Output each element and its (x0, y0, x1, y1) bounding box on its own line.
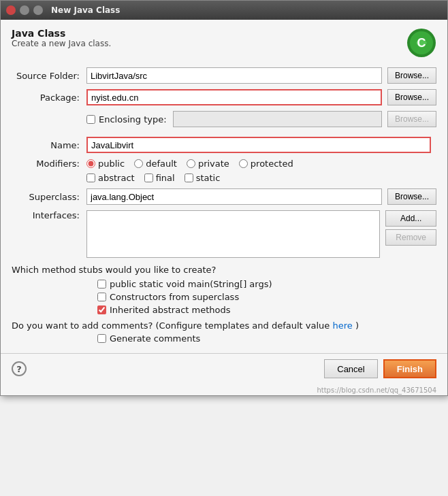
source-folder-row: Source Folder: Browse... (12, 67, 436, 84)
final-checkbox-label: final (144, 173, 175, 183)
package-browse-button[interactable]: Browse... (387, 89, 436, 105)
name-label: Name: (12, 140, 86, 150)
abstract-checkbox-label: abstract (86, 173, 135, 183)
eclipse-logo-icon: C (406, 28, 436, 58)
package-row: Package: Browse... (12, 89, 436, 105)
final-checkbox[interactable] (144, 173, 153, 182)
name-input[interactable] (86, 137, 431, 153)
public-radio[interactable] (86, 159, 95, 168)
package-input[interactable] (86, 89, 382, 105)
new-java-class-dialog: New Java Class Java Class Create a new J… (0, 0, 448, 396)
inherited-methods-label: Inherited abstract methods (110, 305, 231, 315)
interfaces-row: Interfaces: Add... Remove (12, 210, 436, 258)
comments-section: Do you want to add comments? (Configure … (12, 320, 436, 331)
main-method-option: public static void main(String[] args) (97, 279, 436, 289)
modifiers-row: Modifiers: public default private (12, 159, 436, 183)
dialog-header: Java Class Create a new Java class. C (12, 28, 436, 58)
stubs-options: public static void main(String[] args) C… (97, 279, 436, 315)
close-button[interactable] (6, 5, 16, 15)
enclosing-type-row: Enclosing type: Browse... (12, 111, 436, 127)
interfaces-label: Interfaces: (12, 210, 86, 220)
comments-config-link[interactable]: here (332, 320, 352, 331)
package-field (86, 89, 382, 105)
public-radio-label: public (86, 159, 125, 169)
minimize-button[interactable] (20, 5, 29, 15)
superclass-row: Superclass: Browse... (12, 188, 436, 205)
enclosing-type-label: Enclosing type: (99, 114, 167, 125)
name-field (86, 137, 431, 153)
svg-text:C: C (417, 36, 426, 50)
cancel-button[interactable]: Cancel (324, 359, 377, 378)
protected-radio-label: protected (239, 159, 293, 169)
titlebar-title: New Java Class (51, 5, 120, 15)
generate-comments-option: Generate comments (97, 333, 436, 344)
dialog-bottom-bar: ? Cancel Finish (1, 353, 447, 385)
other-modifiers-group: abstract final static (86, 173, 293, 183)
superclass-field (86, 188, 382, 205)
inherited-methods-option: Inherited abstract methods (97, 305, 436, 315)
superclass-input[interactable] (86, 188, 382, 205)
source-folder-field (86, 67, 382, 84)
static-checkbox-label: static (185, 173, 221, 183)
protected-radio[interactable] (239, 159, 248, 168)
dialog-title: Java Class (12, 28, 111, 39)
default-radio-label: default (134, 159, 177, 169)
source-folder-browse-button[interactable]: Browse... (387, 67, 436, 84)
constructors-option: Constructors from superclass (97, 292, 436, 302)
source-folder-input[interactable] (86, 67, 382, 84)
dialog-content: Java Class Create a new Java class. C So… (1, 20, 447, 353)
modifiers-label: Modifiers: (12, 159, 86, 169)
abstract-checkbox[interactable] (86, 173, 95, 182)
interfaces-listbox[interactable] (86, 210, 380, 258)
package-label: Package: (12, 93, 86, 103)
help-button[interactable]: ? (12, 361, 27, 376)
main-method-label: public static void main(String[] args) (110, 279, 272, 289)
main-method-checkbox[interactable] (97, 280, 106, 288)
private-radio[interactable] (187, 159, 195, 168)
generate-comments-checkbox[interactable] (97, 334, 106, 343)
default-radio[interactable] (134, 159, 143, 168)
superclass-browse-button[interactable]: Browse... (387, 188, 436, 205)
source-folder-label: Source Folder: (12, 71, 86, 81)
static-checkbox[interactable] (185, 173, 193, 182)
enclosing-type-checkbox[interactable] (86, 115, 95, 124)
private-radio-label: private (187, 159, 229, 169)
comments-question-end: ) (355, 320, 359, 331)
comments-question-text: Do you want to add comments? (Configure … (12, 320, 330, 331)
enclosing-type-input[interactable] (173, 111, 382, 127)
access-modifiers-group: public default private protected (86, 159, 293, 169)
inherited-methods-checkbox[interactable] (97, 305, 106, 314)
constructors-checkbox[interactable] (97, 293, 106, 301)
generate-comments-label: Generate comments (110, 333, 200, 344)
watermark-text: https://blog.csdn.net/qq_43671504 (1, 385, 447, 395)
titlebar: New Java Class (1, 1, 447, 20)
remove-interface-button[interactable]: Remove (385, 229, 436, 246)
enclosing-type-browse-button[interactable]: Browse... (387, 111, 436, 127)
finish-button[interactable]: Finish (383, 359, 436, 378)
maximize-button[interactable] (33, 5, 43, 15)
constructors-label: Constructors from superclass (110, 292, 239, 302)
superclass-label: Superclass: (12, 192, 86, 202)
add-interface-button[interactable]: Add... (385, 210, 436, 227)
name-row: Name: (12, 137, 436, 153)
dialog-subtitle: Create a new Java class. (12, 39, 111, 48)
dialog-action-buttons: Cancel Finish (324, 359, 436, 378)
stubs-question: Which method stubs would you like to cre… (12, 265, 436, 275)
